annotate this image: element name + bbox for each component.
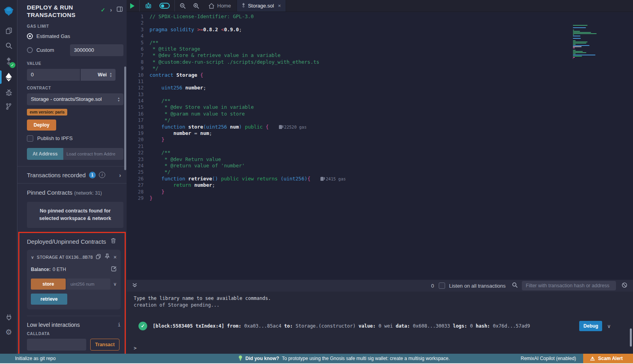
deploy-run-icon[interactable] xyxy=(0,70,17,85)
code-line[interactable]: 15 * @dev Store value in variable xyxy=(127,104,633,110)
home-tab[interactable]: Home xyxy=(203,0,237,11)
code-line[interactable]: 17 */ xyxy=(127,117,633,123)
search-icon[interactable] xyxy=(0,38,17,53)
transact-button[interactable]: Transact xyxy=(90,339,119,351)
code-line[interactable]: 4 xyxy=(127,33,633,39)
custom-gas-option[interactable]: Custom xyxy=(27,44,123,56)
publish-ipfs-checkbox[interactable] xyxy=(27,135,33,142)
scam-alert-button[interactable]: ⚠ Scam Alert xyxy=(583,354,633,363)
code-line[interactable]: 12 uint256 number; xyxy=(127,85,633,91)
expand-transactions-icon[interactable]: › xyxy=(119,172,121,178)
code-line[interactable]: 9 */ xyxy=(127,65,633,72)
edit-balance-icon[interactable] xyxy=(111,266,117,273)
zoom-out-icon[interactable] xyxy=(176,0,190,11)
code-line[interactable]: 7 * @dev Store & retrieve value in a var… xyxy=(127,52,633,59)
contract-select[interactable]: Storage - contracts/Storage.sol ▴▾ xyxy=(27,93,123,105)
minimap-line xyxy=(573,31,580,32)
code-line[interactable]: 13 xyxy=(127,91,633,98)
estimated-gas-option[interactable]: Estimated Gas xyxy=(27,32,123,41)
code-area[interactable]: 1// SPDX-License-Identifier: GPL-3.023pr… xyxy=(127,12,633,280)
code-line[interactable]: 21 xyxy=(127,143,633,150)
terminal-scrollbar[interactable] xyxy=(630,328,632,347)
pin-panel-icon[interactable] xyxy=(117,6,123,13)
code-line[interactable]: 14 /** xyxy=(127,98,633,104)
code-line[interactable]: 20 } xyxy=(127,136,633,143)
code-line[interactable]: 8 * @custom:dev-run-script ./scripts/dep… xyxy=(127,59,633,65)
code-line[interactable]: 27 return number; xyxy=(127,182,633,188)
code-line[interactable]: 23 * @dev Return value xyxy=(127,156,633,163)
code-line[interactable]: 24 * @return value of 'number' xyxy=(127,163,633,169)
code-line[interactable]: 2 xyxy=(127,20,633,26)
code-line[interactable]: 26 function retrieve() public view retur… xyxy=(127,176,633,182)
value-input[interactable] xyxy=(27,69,80,81)
terminal-filter-input[interactable] xyxy=(522,281,616,290)
clear-console-icon[interactable] xyxy=(622,282,627,290)
expand-tx-icon[interactable]: ∨ xyxy=(607,323,611,329)
collapse-terminal-icon[interactable] xyxy=(132,282,137,289)
pin-contract-icon[interactable] xyxy=(105,254,110,261)
code-line[interactable]: 6 * @title Storage xyxy=(127,46,633,52)
store-function-button[interactable]: store xyxy=(31,279,66,290)
remove-contract-icon[interactable]: × xyxy=(114,254,117,260)
ai-copilot-icon[interactable] xyxy=(141,0,156,11)
transaction-log-row[interactable]: ✓ [block:5583405 txIndex:4] from: 0xa03.… xyxy=(134,321,633,331)
solidity-compiler-icon[interactable]: ✓ xyxy=(0,54,17,69)
copilot-status[interactable]: RemixAI Copilot (enabled) xyxy=(521,356,576,361)
editor-minimap[interactable] xyxy=(573,25,608,59)
value-unit-select[interactable]: Wei ▴▾ xyxy=(81,69,116,81)
file-explorer-icon[interactable] xyxy=(0,23,17,38)
debug-button[interactable]: Debug xyxy=(579,321,602,331)
debugger-icon[interactable] xyxy=(0,85,17,100)
zoom-in-icon[interactable] xyxy=(190,0,203,11)
run-script-icon[interactable] xyxy=(127,0,138,11)
plugin-manager-icon[interactable] xyxy=(0,309,17,324)
panel-forward-icon[interactable]: › xyxy=(110,7,112,13)
at-address-button[interactable]: At Address xyxy=(27,148,63,160)
code-line[interactable]: 25 */ xyxy=(127,169,633,175)
store-arg-input[interactable] xyxy=(66,279,110,290)
close-tab-icon[interactable]: × xyxy=(278,3,281,9)
settings-gear-icon[interactable]: ⚙ xyxy=(0,324,17,339)
code-line[interactable]: 10contract Storage { xyxy=(127,72,633,78)
terminal-search-icon xyxy=(512,282,518,290)
code-line[interactable]: 1// SPDX-License-Identifier: GPL-3.0 xyxy=(127,13,633,20)
git-init-status[interactable]: Initialize as git repo xyxy=(15,356,56,361)
copy-address-icon[interactable] xyxy=(96,254,101,261)
code-line[interactable]: 16 * @param num value to store xyxy=(127,111,633,117)
code-line[interactable]: 28 } xyxy=(127,189,633,195)
collapse-contract-icon[interactable]: ∨ xyxy=(31,255,34,260)
panel-scrollbar[interactable] xyxy=(124,66,126,170)
git-icon[interactable] xyxy=(0,99,17,114)
code-line[interactable]: 11 xyxy=(127,78,633,85)
expand-args-icon[interactable]: ∨ xyxy=(113,281,117,287)
trash-icon[interactable] xyxy=(111,238,116,245)
code-line[interactable]: 29} xyxy=(127,195,633,201)
terminal-body[interactable]: Type the library name to see available c… xyxy=(127,292,633,354)
transactions-recorded-row[interactable]: Transactions recorded 1 i › xyxy=(17,167,127,183)
custom-gas-radio[interactable] xyxy=(27,47,33,53)
unit-stepper-icon[interactable]: ▴▾ xyxy=(110,72,112,78)
contract-stepper-icon: ▴▾ xyxy=(118,97,119,102)
tab-storage-sol[interactable]: Storage.sol × xyxy=(237,0,286,11)
estimated-gas-radio[interactable] xyxy=(27,33,33,39)
terminal-header: 0 Listen on all transactions xyxy=(127,280,633,292)
line-number: 23 xyxy=(127,156,150,163)
terminal-prompt[interactable]: > xyxy=(134,345,136,351)
code-line[interactable]: 19 number = num; xyxy=(127,130,633,136)
listen-all-checkbox[interactable] xyxy=(439,282,445,289)
code-line[interactable]: 18 function store(uint256 num) public {2… xyxy=(127,124,633,130)
custom-gas-input[interactable] xyxy=(70,44,123,56)
calldata-input[interactable] xyxy=(27,339,86,351)
code-line[interactable]: 22 /** xyxy=(127,150,633,156)
info-icon[interactable]: i xyxy=(99,172,105,178)
at-address-input[interactable] xyxy=(63,148,123,160)
copilot-toggle-icon[interactable] xyxy=(156,0,173,11)
publish-ipfs-option[interactable]: Publish to IPFS xyxy=(27,135,123,142)
code-text: return number; xyxy=(150,182,215,188)
low-level-info-icon[interactable]: i xyxy=(118,322,121,328)
deploy-button[interactable]: Deploy xyxy=(27,119,56,131)
code-line[interactable]: 5/** xyxy=(127,40,633,46)
remix-logo-icon[interactable] xyxy=(0,2,17,20)
retrieve-function-button[interactable]: retrieve xyxy=(31,294,67,305)
code-line[interactable]: 3pragma solidity >=0.8.2 <0.9.0; xyxy=(127,27,633,33)
